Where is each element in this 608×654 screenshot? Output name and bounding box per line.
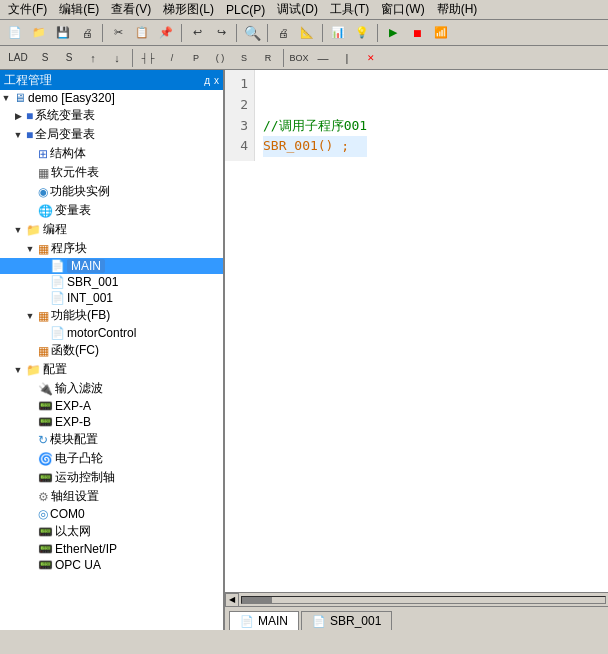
menu-window[interactable]: 窗口(W) (375, 0, 430, 20)
tree-item-funcblock_fb[interactable]: ▼▦功能块(FB) (0, 306, 223, 325)
btn-layout[interactable]: 📐 (296, 23, 318, 43)
tab-sbr001[interactable]: 📄 SBR_001 (301, 611, 392, 630)
tree-item-com0[interactable]: ◎COM0 (0, 506, 223, 522)
tree-item-components[interactable]: ▦软元件表 (0, 163, 223, 182)
toggle-ethernet[interactable] (24, 526, 36, 538)
toggle-vartable[interactable] (24, 205, 36, 217)
btn-coil-reset[interactable]: R (257, 48, 279, 68)
toggle-demo[interactable]: ▼ (0, 92, 12, 104)
toggle-axisgroup[interactable] (24, 491, 36, 503)
menu-ladder[interactable]: 梯形图(L) (157, 0, 220, 20)
tree-item-globalvars[interactable]: ▼■全局变量表 (0, 125, 223, 144)
toggle-funcfc[interactable] (24, 345, 36, 357)
tree-item-sbr001[interactable]: 📄SBR_001 (0, 274, 223, 290)
btn-up[interactable]: ↑ (82, 48, 104, 68)
toggle-struct[interactable] (24, 148, 36, 160)
toggle-com0[interactable] (24, 508, 36, 520)
btn-new[interactable]: 📄 (4, 23, 26, 43)
toggle-config[interactable]: ▼ (12, 364, 24, 376)
btn-cut[interactable]: ✂ (107, 23, 129, 43)
tree-item-funcblock_inst[interactable]: ◉功能块实例 (0, 182, 223, 201)
tree-item-demo[interactable]: ▼🖥demo [Easy320] (0, 90, 223, 106)
btn-down[interactable]: ↓ (106, 48, 128, 68)
toggle-ethernetip[interactable] (24, 543, 36, 555)
tree-item-config[interactable]: ▼📁配置 (0, 360, 223, 379)
tree-item-main[interactable]: 📄MAIN (0, 258, 223, 274)
btn-comms[interactable]: 📶 (430, 23, 452, 43)
tree-item-expb[interactable]: 📟EXP-B (0, 414, 223, 430)
menu-tools[interactable]: 工具(T) (324, 0, 375, 20)
btn-copy[interactable]: 📋 (131, 23, 153, 43)
btn-search[interactable]: 🔍 (241, 23, 263, 43)
btn-run[interactable]: ▶ (382, 23, 404, 43)
menu-plc[interactable]: PLC(P) (220, 1, 271, 19)
toggle-programming[interactable]: ▼ (12, 224, 24, 236)
btn-print2[interactable]: 🖨 (272, 23, 294, 43)
btn-print[interactable]: 🖨 (76, 23, 98, 43)
tree-item-inputfilter[interactable]: 🔌输入滤波 (0, 379, 223, 398)
tree-item-ethernetip[interactable]: 📟EtherNet/IP (0, 541, 223, 557)
panel-close[interactable]: х (214, 75, 219, 86)
tab-main[interactable]: 📄 MAIN (229, 611, 299, 630)
btn-contact-nc[interactable]: / (161, 48, 183, 68)
tree-item-vartable[interactable]: 🌐变量表 (0, 201, 223, 220)
toggle-expa[interactable] (24, 400, 36, 412)
tree-item-motorcontrol[interactable]: 📄motorControl (0, 325, 223, 341)
menu-edit[interactable]: 编辑(E) (53, 0, 105, 20)
btn-contact-p[interactable]: P (185, 48, 207, 68)
tree-item-programming[interactable]: ▼📁编程 (0, 220, 223, 239)
toggle-ecam[interactable] (24, 453, 36, 465)
btn-contact-no[interactable]: ┤├ (137, 48, 159, 68)
btn-coil[interactable]: ( ) (209, 48, 231, 68)
toggle-opcua[interactable] (24, 559, 36, 571)
toggle-motionaxis[interactable] (24, 472, 36, 484)
scroll-left[interactable]: ◀ (225, 593, 239, 607)
toggle-sbr001[interactable] (36, 276, 48, 288)
toggle-inputfilter[interactable] (24, 383, 36, 395)
btn-s2[interactable]: S (58, 48, 80, 68)
toggle-components[interactable] (24, 167, 36, 179)
btn-stop[interactable]: ⏹ (406, 23, 428, 43)
toggle-globalvars[interactable]: ▼ (12, 129, 24, 141)
tree-item-expa[interactable]: 📟EXP-A (0, 398, 223, 414)
tree-item-axisgroup[interactable]: ⚙轴组设置 (0, 487, 223, 506)
btn-coil-set[interactable]: S (233, 48, 255, 68)
btn-save[interactable]: 💾 (52, 23, 74, 43)
tree-item-funcfc[interactable]: ▦函数(FC) (0, 341, 223, 360)
btn-check[interactable]: 💡 (351, 23, 373, 43)
btn-s1[interactable]: S (34, 48, 56, 68)
code-content[interactable]: 1 2 3 4 //调用子程序001 SBR_001() ; (225, 70, 608, 592)
btn-undo[interactable]: ↩ (186, 23, 208, 43)
btn-paste[interactable]: 📌 (155, 23, 177, 43)
btn-hline[interactable]: — (312, 48, 334, 68)
tree-item-modconfig[interactable]: ↻模块配置 (0, 430, 223, 449)
btn-box[interactable]: BOX (288, 48, 310, 68)
toggle-motorcontrol[interactable] (36, 327, 48, 339)
tree-item-sysvars[interactable]: ▶■系统变量表 (0, 106, 223, 125)
toggle-modconfig[interactable] (24, 434, 36, 446)
btn-compile[interactable]: 📊 (327, 23, 349, 43)
menu-view[interactable]: 查看(V) (105, 0, 157, 20)
tree-item-progblock[interactable]: ▼▦程序块 (0, 239, 223, 258)
menu-help[interactable]: 帮助(H) (431, 0, 484, 20)
tree-item-struct[interactable]: ⊞结构体 (0, 144, 223, 163)
btn-open[interactable]: 📁 (28, 23, 50, 43)
tree-item-motionaxis[interactable]: 📟运动控制轴 (0, 468, 223, 487)
toggle-int001[interactable] (36, 292, 48, 304)
toggle-sysvars[interactable]: ▶ (12, 110, 24, 122)
tree-item-int001[interactable]: 📄INT_001 (0, 290, 223, 306)
menu-file[interactable]: 文件(F) (2, 0, 53, 20)
menu-debug[interactable]: 调试(D) (271, 0, 324, 20)
toggle-main[interactable] (36, 260, 48, 272)
scrollbar-track[interactable] (241, 596, 606, 604)
btn-del[interactable]: ✕ (360, 48, 382, 68)
toggle-progblock[interactable]: ▼ (24, 243, 36, 255)
tree-item-ethernet[interactable]: 📟以太网 (0, 522, 223, 541)
btn-lad[interactable]: LAD (4, 48, 32, 68)
tree-item-ecam[interactable]: 🌀电子凸轮 (0, 449, 223, 468)
panel-pin[interactable]: д (204, 75, 210, 86)
toggle-funcblock_fb[interactable]: ▼ (24, 310, 36, 322)
tree-item-opcua[interactable]: 📟OPC UA (0, 557, 223, 573)
btn-vline[interactable]: | (336, 48, 358, 68)
toggle-funcblock_inst[interactable] (24, 186, 36, 198)
